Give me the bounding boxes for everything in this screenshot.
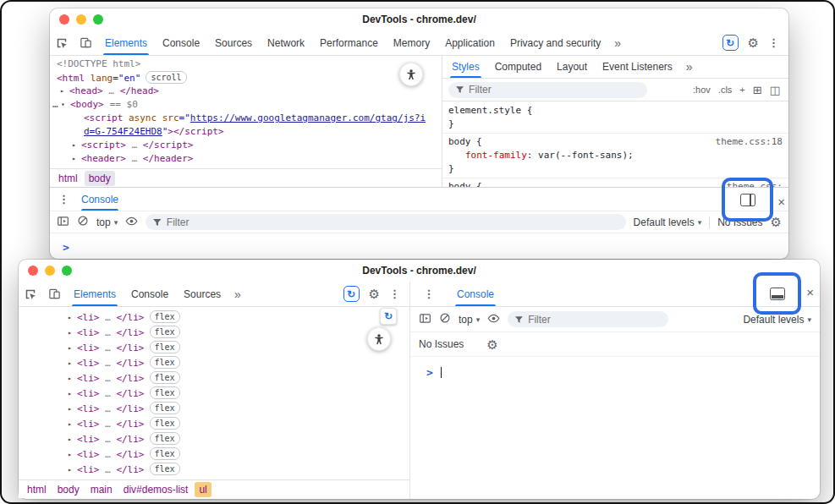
collapse-arrow-icon[interactable]: ▸ <box>72 152 81 166</box>
flex-badge[interactable]: flex <box>150 386 180 399</box>
accessibility-icon[interactable] <box>367 327 391 351</box>
list-item[interactable]: ▸<li> … </li>flex <box>19 310 409 326</box>
tab-elements[interactable]: Elements <box>66 282 124 306</box>
collapse-arrow-icon[interactable]: ▸ <box>68 326 77 341</box>
console-prompt[interactable]: > <box>50 233 788 255</box>
ellipsis-token[interactable]: … <box>100 327 117 338</box>
collapse-arrow-icon[interactable]: ▸ <box>72 139 81 152</box>
flex-badge[interactable]: flex <box>150 432 180 445</box>
more-tabs-icon[interactable]: » <box>680 56 699 78</box>
ellipsis-token[interactable]: … <box>100 373 117 384</box>
flex-badge[interactable]: flex <box>150 463 180 475</box>
element-classes-button[interactable]: .cls <box>718 85 733 95</box>
collapse-arrow-icon[interactable]: ▸ <box>68 402 77 417</box>
script-src-link[interactable]: https://www.googletagmanager.com/gtag/js… <box>190 112 426 123</box>
sync-icon[interactable]: ↻ <box>343 286 360 302</box>
eye-icon[interactable] <box>125 215 138 230</box>
dom-node-header[interactable]: ▸<header> … </header> <box>50 152 442 166</box>
console-filter-input[interactable] <box>167 216 619 228</box>
tab-privacy-and-security[interactable]: Privacy and security <box>503 30 608 55</box>
kebab-menu-icon[interactable]: ⋮ <box>417 282 441 306</box>
breadcrumb-item-html[interactable]: html <box>23 482 51 497</box>
dom-node-doctype[interactable]: <!DOCTYPE html> <box>50 58 442 71</box>
titlebar[interactable]: DevTools - chrome.dev/ <box>19 260 820 282</box>
collapse-arrow-icon[interactable]: ▸ <box>68 417 77 432</box>
accessibility-icon[interactable] <box>399 63 423 86</box>
dom-node-body[interactable]: …▾<body>== $0 <box>50 98 442 112</box>
collapse-arrow-icon[interactable]: ▸ <box>68 432 77 447</box>
breadcrumb-item-main[interactable]: main <box>86 482 117 497</box>
ellipsis-token[interactable]: … <box>100 342 117 353</box>
flex-badge[interactable]: flex <box>150 417 180 430</box>
settings-gear-icon[interactable]: ⚙ <box>748 36 759 49</box>
device-toolbar-icon[interactable] <box>42 282 66 306</box>
tab-console[interactable]: Console <box>124 282 176 306</box>
flex-badge[interactable]: flex <box>150 326 180 338</box>
dom-node-script-gtag[interactable]: <script async src="https://www.googletag… <box>50 112 442 125</box>
collapse-arrow-icon[interactable]: ▸ <box>68 463 77 478</box>
context-selector[interactable]: top▾ <box>459 314 480 326</box>
tab-console-panel[interactable]: Console <box>449 282 502 306</box>
console-settings-gear-icon[interactable]: ⚙ <box>486 338 497 351</box>
kebab-menu-icon[interactable]: ⋮ <box>768 36 779 49</box>
tab-memory[interactable]: Memory <box>386 30 437 55</box>
css-declaration[interactable]: font-family: var(--font-sans); <box>442 149 788 162</box>
collapse-arrow-icon[interactable]: ▸ <box>68 356 77 371</box>
device-toolbar-icon[interactable] <box>74 30 97 55</box>
close-panel-icon[interactable]: × <box>806 286 814 299</box>
css-rule-element-style[interactable]: element.style { <box>442 104 788 118</box>
tab-network[interactable]: Network <box>260 30 312 55</box>
ellipsis-token[interactable]: … <box>100 403 117 414</box>
flex-badge[interactable]: flex <box>150 310 180 323</box>
close-drawer-icon[interactable]: × <box>777 195 785 208</box>
inspect-icon[interactable] <box>50 30 74 55</box>
dom-node-script-gtag-cont[interactable]: d=G-754F24EHD8"></script> <box>50 125 442 139</box>
toggle-element-state-button[interactable]: :hov <box>693 85 711 95</box>
flex-badge[interactable]: flex <box>150 341 180 353</box>
console-sidebar-icon[interactable] <box>57 215 69 230</box>
list-item[interactable]: ▸<li> … </li>flex <box>19 326 409 341</box>
list-item[interactable]: ▸<li> … </li>flex <box>19 356 409 371</box>
script-src-link[interactable]: d=G-754F24EHD8 <box>84 126 162 137</box>
collapse-arrow-icon[interactable]: ▸ <box>68 371 77 386</box>
inspect-icon[interactable] <box>19 282 42 306</box>
ellipsis-token[interactable]: … <box>100 358 117 369</box>
ellipsis-token[interactable]: … <box>100 388 117 399</box>
more-tabs-icon[interactable]: » <box>608 30 627 55</box>
close-window-button[interactable] <box>59 14 69 25</box>
kebab-menu-icon[interactable]: ⋮ <box>58 193 69 205</box>
tab-performance[interactable]: Performance <box>312 30 386 55</box>
console-sidebar-icon[interactable] <box>419 312 431 327</box>
breadcrumb-item-html[interactable]: html <box>54 171 82 186</box>
breadcrumb-item-demos-list[interactable]: div#demos-list <box>119 482 193 497</box>
clear-console-icon[interactable] <box>439 312 451 326</box>
list-item[interactable]: ▸<li> … </li>flex <box>19 432 409 447</box>
zoom-window-button[interactable] <box>62 266 72 276</box>
minimize-window-button[interactable] <box>45 266 55 276</box>
node-menu-dots-icon[interactable]: … <box>52 98 61 112</box>
tab-sources[interactable]: Sources <box>176 282 228 306</box>
issues-counter[interactable]: No Issues <box>419 338 464 350</box>
stylesheet-source-link[interactable]: theme.css:18 <box>716 135 783 149</box>
settings-gear-icon[interactable]: ⚙ <box>369 288 380 300</box>
collapse-arrow-icon[interactable]: ▸ <box>68 447 77 463</box>
sync-badge-icon[interactable]: ↻ <box>380 308 397 325</box>
breadcrumb-item-body[interactable]: body <box>53 482 84 497</box>
more-tabs-icon[interactable]: » <box>228 282 247 306</box>
flex-badge[interactable]: flex <box>150 447 180 460</box>
kebab-menu-icon[interactable]: ⋮ <box>389 288 400 300</box>
tab-console-drawer[interactable]: Console <box>81 188 118 211</box>
breadcrumb-item-body[interactable]: body <box>85 171 115 186</box>
breadcrumb-item-ul[interactable]: ul <box>195 482 211 497</box>
collapse-arrow-icon[interactable]: ▸ <box>68 310 77 326</box>
flex-badge[interactable]: flex <box>150 356 180 369</box>
ellipsis-token[interactable]: … <box>126 153 143 164</box>
dom-node-html[interactable]: <html lang="en"scroll <box>50 71 442 85</box>
grid-icon[interactable]: ⊞ <box>753 84 762 96</box>
collapse-arrow-icon[interactable]: ▸ <box>68 386 77 402</box>
zoom-window-button[interactable] <box>93 14 103 25</box>
dock-to-right-icon[interactable] <box>740 194 755 206</box>
list-item[interactable]: ▸<li> … </li>flex <box>19 447 409 463</box>
log-levels-dropdown[interactable]: Default levels▾ <box>743 314 811 326</box>
minimize-window-button[interactable] <box>76 14 86 25</box>
